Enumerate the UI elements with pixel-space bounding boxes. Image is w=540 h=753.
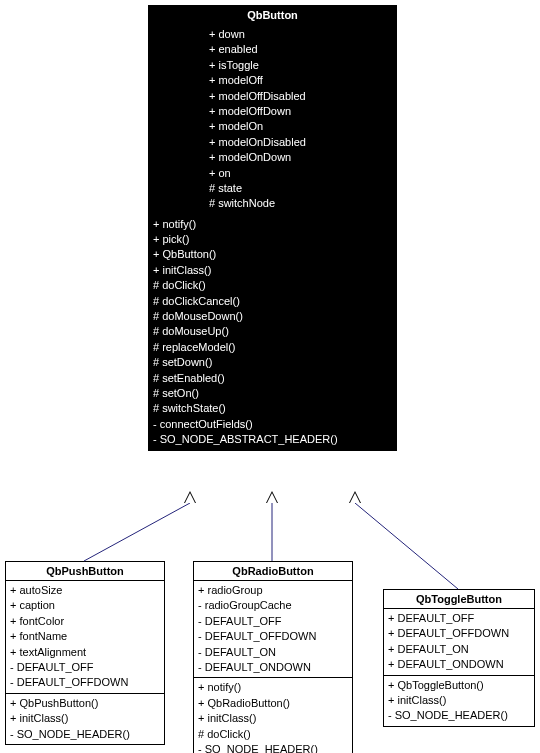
ops: + notify()+ QbRadioButton()+ initClass()… — [194, 678, 352, 753]
class-qbtogglebutton: QbToggleButton + DEFAULT_OFF+ DEFAULT_OF… — [383, 589, 535, 727]
attrs: + down+ enabled+ isToggle+ modelOff+ mod… — [149, 25, 396, 215]
ops: + notify()+ pick()+ QbButton()+ initClas… — [149, 215, 396, 450]
svg-line-0 — [84, 503, 190, 561]
attrs: + autoSize+ caption+ fontColor+ fontName… — [6, 581, 164, 694]
ops: + QbToggleButton()+ initClass()- SO_NODE… — [384, 676, 534, 726]
inheritance-arrow-icon — [349, 491, 361, 503]
class-title[interactable]: QbRadioButton — [194, 562, 352, 581]
attrs: + radioGroup- radioGroupCache- DEFAULT_O… — [194, 581, 352, 678]
inheritance-arrow-icon — [266, 491, 278, 503]
svg-line-2 — [355, 503, 458, 589]
class-title[interactable]: QbToggleButton — [384, 590, 534, 609]
class-qbbutton: QbButton + down+ enabled+ isToggle+ mode… — [148, 5, 397, 451]
inheritance-arrow-icon — [184, 491, 196, 503]
class-title[interactable]: QbButton — [149, 6, 396, 25]
class-qbradiobutton: QbRadioButton + radioGroup- radioGroupCa… — [193, 561, 353, 753]
class-qbpushbutton: QbPushButton + autoSize+ caption+ fontCo… — [5, 561, 165, 745]
attrs: + DEFAULT_OFF+ DEFAULT_OFFDOWN+ DEFAULT_… — [384, 609, 534, 676]
class-title[interactable]: QbPushButton — [6, 562, 164, 581]
ops: + QbPushButton()+ initClass()- SO_NODE_H… — [6, 694, 164, 744]
